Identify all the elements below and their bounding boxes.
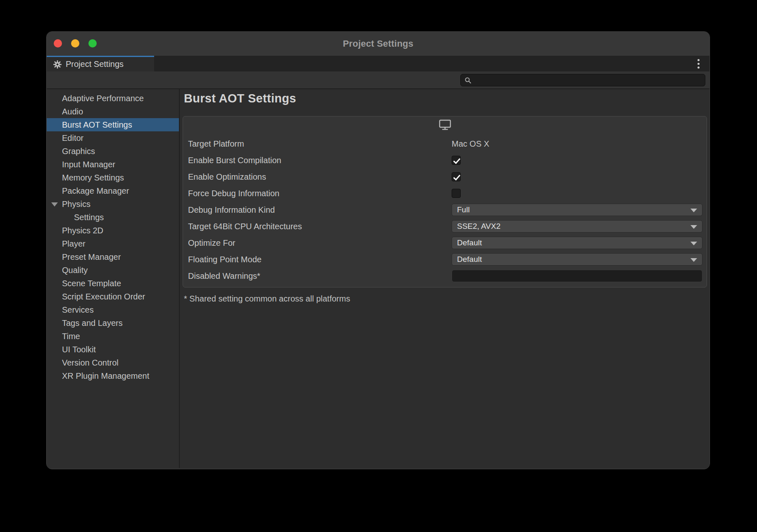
sidebar-item-label: Quality [62,266,88,275]
sidebar-item-time[interactable]: Time [47,330,179,343]
project-settings-window: Project Settings [46,31,710,469]
sidebar-item-quality[interactable]: Quality [47,264,179,277]
sidebar-item-settings[interactable]: Settings [47,211,179,224]
chevron-down-icon [690,258,697,262]
dropdown-optimize-for[interactable]: Default [452,237,702,249]
chevron-down-icon [690,209,697,212]
settings-category-list: Adaptive Performance Audio Burst AOT Set… [47,89,180,468]
dropdown-floating-point-mode[interactable]: Default [452,253,702,266]
sidebar-item-xr-plugin-management[interactable]: XR Plugin Management [47,369,179,382]
setting-row-enable-optimizations: Enable Optimizations [183,169,707,185]
setting-value [452,189,702,198]
sidebar-item-services[interactable]: Services [47,303,179,316]
sidebar-item-version-control[interactable]: Version Control [47,356,179,369]
sidebar-item-ui-toolkit[interactable]: UI Toolkit [47,343,179,356]
sidebar-item-label: Editor [62,133,83,142]
sidebar-item-label: Physics 2D [62,226,103,235]
sidebar-item-label: Physics [62,200,90,209]
dropdown-target-64bit-cpu-architectures[interactable]: SSE2, AVX2 [452,220,702,233]
setting-row-force-debug-information: Force Debug Information [183,185,707,202]
input-disabled-warnings[interactable] [452,270,702,282]
settings-content: Burst AOT Settings Target Platform Mac O… [180,89,709,468]
sidebar-item-label: Audio [62,107,83,116]
gear-icon [53,60,62,69]
setting-value: Default [452,253,702,266]
page-title: Burst AOT Settings [184,92,709,105]
setting-label: Optimize For [188,238,452,248]
burst-settings-panel: Target Platform Mac OS X Enable Burst Co… [183,116,707,287]
checkbox-force-debug-information[interactable] [452,189,461,198]
tab-project-settings[interactable]: Project Settings [47,56,154,71]
traffic-lights [54,39,97,48]
sidebar-item-adaptive-performance[interactable]: Adaptive Performance [47,92,179,105]
setting-label: Debug Information Kind [188,205,452,215]
sidebar-item-label: Time [62,332,80,341]
close-window-button[interactable] [54,39,62,48]
minimize-window-button[interactable] [71,39,79,48]
sidebar-item-package-manager[interactable]: Package Manager [47,184,179,197]
setting-row-debug-information-kind: Debug Information Kind Full [183,202,707,218]
search-field[interactable] [460,74,705,86]
search-icon [464,77,471,84]
sidebar-item-input-manager[interactable]: Input Manager [47,158,179,171]
sidebar-item-script-execution-order[interactable]: Script Execution Order [47,290,179,303]
setting-row-optimize-for: Optimize For Default [183,235,707,251]
search-input[interactable] [474,74,705,86]
sidebar-item-label: Services [62,305,94,314]
setting-row-target-platform: Target Platform Mac OS X [183,135,707,152]
sidebar-item-editor[interactable]: Editor [47,131,179,145]
sidebar-item-label: Memory Settings [62,173,124,182]
setting-label: Enable Optimizations [188,172,452,182]
titlebar[interactable]: Project Settings [47,32,709,56]
sidebar-item-label: Settings [74,213,104,222]
checkbox-enable-optimizations[interactable] [452,172,461,181]
foldout-triangle-icon[interactable] [51,202,58,207]
toolbar [47,71,709,89]
setting-label: Floating Point Mode [188,255,452,264]
sidebar-item-label: UI Toolkit [62,345,96,354]
setting-label: Force Debug Information [188,189,452,198]
sidebar-item-label: Adaptive Performance [62,94,144,103]
sidebar-item-physics-2d[interactable]: Physics 2D [47,224,179,237]
sidebar-item-burst-aot-settings[interactable]: Burst AOT Settings [47,118,179,131]
setting-label: Disabled Warnings* [188,271,452,281]
tab-label: Project Settings [66,59,124,69]
setting-value [452,172,702,181]
setting-value [452,156,702,165]
setting-row-floating-point-mode: Floating Point Mode Default [183,251,707,268]
sidebar-item-label: Tags and Layers [62,318,123,328]
sidebar-item-player[interactable]: Player [47,237,179,250]
dropdown-value: Default [457,255,482,264]
sidebar-item-label: Version Control [62,358,119,367]
setting-row-disabled-warnings: Disabled Warnings* [183,268,707,284]
sidebar-item-label: Input Manager [62,160,115,169]
setting-label: Enable Burst Compilation [188,156,452,165]
sidebar-item-label: Preset Manager [62,252,121,261]
sidebar-item-label: Package Manager [62,186,129,195]
dropdown-debug-information-kind[interactable]: Full [452,204,702,216]
sidebar-item-scene-template[interactable]: Scene Template [47,277,179,290]
setting-value: Default [452,237,702,249]
sidebar-item-physics[interactable]: Physics [47,197,179,211]
setting-label: Target Platform [188,139,452,149]
setting-value: Mac OS X [452,139,702,149]
sidebar-item-label: Scene Template [62,279,121,288]
window-title: Project Settings [343,38,414,49]
chevron-down-icon [690,242,697,245]
setting-row-target-64bit-cpu-architectures: Target 64Bit CPU Architectures SSE2, AVX… [183,218,707,235]
sidebar-item-graphics[interactable]: Graphics [47,145,179,158]
tab-bar: Project Settings [47,56,709,71]
kebab-menu-icon[interactable] [697,56,700,71]
monitor-icon[interactable] [439,119,451,131]
dropdown-value: SSE2, AVX2 [457,222,500,231]
zoom-window-button[interactable] [88,39,97,48]
setting-value: SSE2, AVX2 [452,220,702,233]
sidebar-item-label: Player [62,239,86,248]
sidebar-item-memory-settings[interactable]: Memory Settings [47,171,179,184]
sidebar-item-preset-manager[interactable]: Preset Manager [47,250,179,264]
sidebar-item-label: Burst AOT Settings [62,120,132,129]
checkbox-enable-burst-compilation[interactable] [452,156,461,165]
sidebar-item-audio[interactable]: Audio [47,105,179,118]
sidebar-item-tags-and-layers[interactable]: Tags and Layers [47,316,179,330]
setting-row-enable-burst-compilation: Enable Burst Compilation [183,152,707,169]
